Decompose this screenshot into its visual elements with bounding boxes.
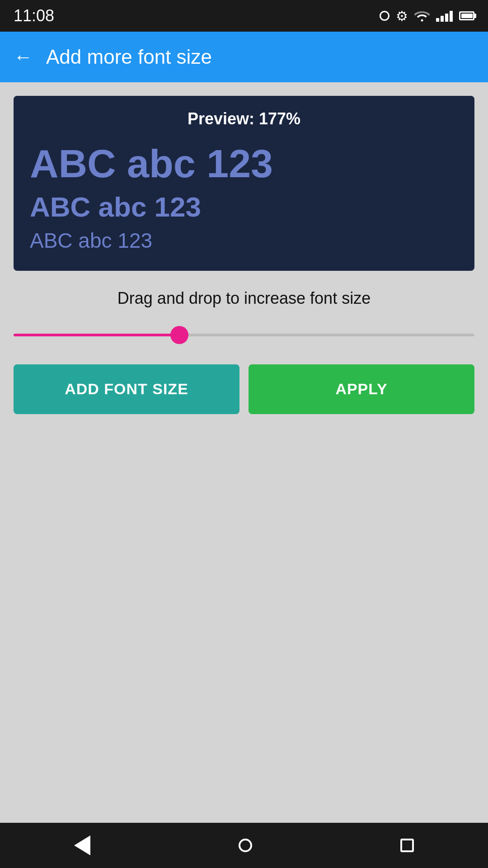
circle-icon bbox=[380, 11, 389, 21]
gear-icon: ⚙ bbox=[396, 8, 408, 24]
font-size-slider[interactable] bbox=[14, 324, 474, 346]
app-bar: ← Add more font size bbox=[0, 32, 488, 82]
preview-box: Preview: 177% ABC abc 123 ABC abc 123 AB… bbox=[14, 96, 474, 271]
add-font-size-button[interactable]: ADD FONT SIZE bbox=[14, 364, 239, 414]
action-buttons-row: ADD FONT SIZE APPLY bbox=[14, 364, 474, 414]
slider-thumb[interactable] bbox=[170, 326, 188, 344]
preview-text-small: ABC abc 123 bbox=[30, 227, 458, 255]
nav-back-button[interactable] bbox=[74, 835, 90, 855]
main-content: Preview: 177% ABC abc 123 ABC abc 123 AB… bbox=[0, 82, 488, 823]
status-bar: 11:08 ⚙ bbox=[0, 0, 488, 32]
signal-icon bbox=[436, 10, 453, 22]
nav-home-button[interactable] bbox=[239, 839, 252, 852]
status-icons: ⚙ bbox=[380, 8, 474, 24]
slider-track-fill bbox=[14, 334, 179, 336]
battery-icon bbox=[459, 11, 474, 20]
wifi-icon bbox=[414, 10, 430, 22]
apply-button[interactable]: APPLY bbox=[249, 364, 474, 414]
preview-text-medium: ABC abc 123 bbox=[30, 190, 458, 224]
page-title: Add more font size bbox=[46, 46, 212, 68]
status-time: 11:08 bbox=[14, 6, 54, 25]
back-button[interactable]: ← bbox=[14, 47, 33, 66]
bottom-nav-bar bbox=[0, 823, 488, 868]
drag-label: Drag and drop to increase font size bbox=[14, 289, 474, 308]
nav-recents-button[interactable] bbox=[400, 839, 414, 852]
preview-text-large: ABC abc 123 bbox=[30, 142, 458, 186]
preview-title: Preview: 177% bbox=[30, 109, 458, 128]
